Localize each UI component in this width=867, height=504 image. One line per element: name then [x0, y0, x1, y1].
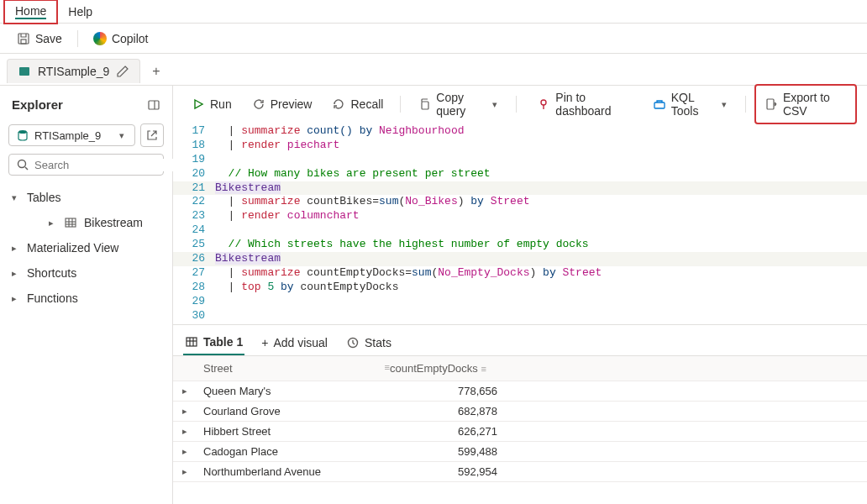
line-number: 30: [173, 309, 215, 323]
code-line[interactable]: 18 | render piechart: [173, 139, 867, 153]
expand-row-icon[interactable]: ▸: [173, 406, 197, 417]
code-line[interactable]: 29: [173, 295, 867, 309]
grid-header: Street ≡ countEmptyDocks ≡: [173, 356, 867, 381]
results-tab-addvisual[interactable]: + Add visual: [260, 331, 329, 354]
code-line[interactable]: 23 | render columnchart: [173, 209, 867, 223]
preview-label: Preview: [271, 97, 313, 111]
copilot-label: Copilot: [112, 32, 149, 45]
run-button[interactable]: Run: [183, 92, 240, 116]
col-count[interactable]: countEmptyDocks ≡: [390, 362, 507, 375]
code-line[interactable]: 22 | summarize countBikes=sum(No_Bikes) …: [173, 195, 867, 209]
line-number: 17: [173, 124, 215, 139]
tab-label: Add visual: [273, 336, 328, 349]
code-line[interactable]: 24: [173, 223, 867, 238]
tree-functions[interactable]: ▸ Functions: [8, 286, 164, 310]
queryset-icon: [18, 65, 31, 78]
cell-count: 682,878: [390, 405, 507, 417]
tree-shortcuts[interactable]: ▸ Shortcuts: [8, 261, 164, 285]
expand-row-icon[interactable]: ▸: [173, 426, 197, 437]
table-row[interactable]: ▸Cadogan Place599,488: [173, 442, 867, 462]
refresh-icon: [252, 97, 265, 111]
code-line[interactable]: 25 // Which streets have the highest num…: [173, 238, 867, 252]
table-row[interactable]: ▸Hibbert Street626,271: [173, 422, 867, 442]
line-number: 26: [173, 252, 215, 266]
table-row[interactable]: ▸Northumberland Avenue592,954: [173, 462, 867, 482]
table-row[interactable]: ▸Courland Grove682,878: [173, 402, 867, 422]
cell-count: 599,488: [390, 445, 507, 458]
chevron-right-icon: ▸: [12, 243, 20, 254]
svg-rect-18: [187, 338, 197, 346]
code-line[interactable]: 26Bikestream: [173, 252, 867, 266]
open-external-button[interactable]: [140, 123, 164, 147]
svg-rect-16: [654, 102, 665, 108]
line-number: 23: [173, 209, 215, 223]
line-number: 19: [173, 153, 215, 167]
code-editor[interactable]: 17 | summarize count() by Neighbourhood1…: [173, 123, 867, 324]
separator: [516, 96, 517, 113]
database-selector[interactable]: RTISample_9 ▾: [8, 124, 135, 146]
table-row[interactable]: ▸Queen Mary's778,656: [173, 381, 867, 402]
expand-row-icon[interactable]: ▸: [173, 466, 197, 477]
separator: [77, 30, 78, 47]
svg-rect-1: [21, 39, 26, 44]
column-handle-icon[interactable]: ≡: [481, 364, 486, 374]
action-bar: Save Copilot: [0, 24, 867, 54]
copy-label: Copy query: [436, 91, 487, 118]
svg-point-14: [541, 100, 546, 105]
panel-icon[interactable]: [147, 98, 160, 112]
recall-label: Recall: [350, 97, 383, 111]
history-icon: [332, 97, 345, 111]
svg-rect-0: [18, 34, 29, 44]
code-line[interactable]: 20 // How many bikes are present per str…: [173, 167, 867, 181]
code-line[interactable]: 19: [173, 153, 867, 167]
search-box[interactable]: [8, 154, 164, 176]
tab-label: Stats: [365, 336, 391, 349]
svg-rect-8: [66, 218, 76, 227]
line-number: 24: [173, 223, 215, 238]
preview-button[interactable]: Preview: [244, 92, 321, 116]
code-line[interactable]: 27 | summarize countEmptyDocks=sum(No_Em…: [173, 266, 867, 281]
pin-dashboard-button[interactable]: Pin to dashboard: [528, 86, 640, 123]
expand-row-icon[interactable]: ▸: [173, 446, 197, 457]
svg-rect-2: [19, 67, 29, 76]
svg-rect-13: [422, 102, 428, 109]
results-tab-stats[interactable]: Stats: [344, 331, 393, 354]
file-tab[interactable]: RTISample_9: [7, 59, 140, 83]
menu-help[interactable]: Help: [58, 2, 102, 22]
search-input[interactable]: [34, 159, 176, 171]
col-street[interactable]: Street ≡: [197, 362, 390, 375]
line-number: 27: [173, 266, 215, 281]
search-icon: [16, 158, 29, 171]
chevron-right-icon: ▸: [12, 293, 20, 304]
save-button[interactable]: Save: [10, 29, 69, 49]
cell-count: 592,954: [390, 465, 507, 478]
code-line[interactable]: 28 | top 5 by countEmptyDocks: [173, 281, 867, 295]
chevron-down-icon: ▾: [119, 130, 128, 141]
chevron-down-icon: ▾: [722, 99, 728, 110]
results-tab-table[interactable]: Table 1: [183, 330, 244, 355]
editor-content: Run Preview Recall Copy query ▾ Pin to d…: [173, 86, 867, 504]
separator: [745, 96, 746, 113]
tree-matview[interactable]: ▸ Materialized View: [8, 236, 164, 260]
line-number: 28: [173, 281, 215, 295]
code-line[interactable]: 21Bikestream: [173, 181, 867, 196]
kql-tools-button[interactable]: KQL Tools ▾: [644, 86, 737, 123]
database-icon: [16, 129, 29, 142]
copilot-button[interactable]: Copilot: [87, 29, 155, 49]
tools-icon: [653, 97, 666, 111]
recall-button[interactable]: Recall: [323, 92, 391, 116]
tree-label: Materialized View: [27, 241, 118, 255]
export-csv-button[interactable]: Export to CSV: [754, 84, 857, 124]
edit-icon[interactable]: [116, 65, 129, 78]
new-tab-button[interactable]: +: [145, 59, 166, 84]
menu-home[interactable]: Home: [3, 0, 58, 24]
expand-row-icon[interactable]: ▸: [173, 386, 197, 396]
tree-bikestream[interactable]: ▸ Bikestream: [8, 211, 164, 234]
code-line[interactable]: 17 | summarize count() by Neighbourhood: [173, 124, 867, 139]
tree-tables[interactable]: ▾ Tables: [8, 186, 164, 209]
code-line[interactable]: 30: [173, 309, 867, 323]
svg-rect-17: [767, 99, 774, 109]
copy-query-button[interactable]: Copy query ▾: [409, 86, 507, 123]
cell-count: 626,271: [390, 425, 507, 438]
separator: [400, 96, 401, 113]
